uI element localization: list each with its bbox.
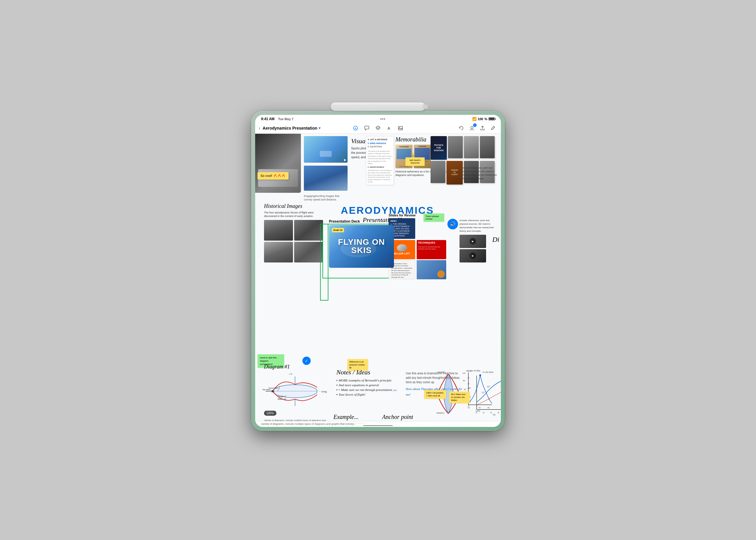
status-right: 📶 100 % <box>472 117 495 121</box>
svg-text:L(m): L(m) <box>476 410 480 412</box>
deck-card: Draft V2 FLYING ON SKIS <box>329 225 394 268</box>
photo-grid <box>264 220 323 262</box>
book-title-1: PHYSICSFORAVIATION <box>434 144 443 152</box>
right-notes-text: Include references, print and physical s… <box>460 219 498 233</box>
historical-photo-2 <box>294 220 323 241</box>
index-title: INDEX <box>390 220 413 222</box>
ski-photo-2 <box>304 166 348 191</box>
engagement-text: Engaging/exciting images that convey spe… <box>304 194 347 202</box>
draft-badge: Draft V2 <box>332 228 344 232</box>
video-play-2[interactable]: ▶ <box>470 252 476 259</box>
svg-rect-2 <box>365 126 369 129</box>
layout-button[interactable] <box>363 124 371 132</box>
ski-photo-1: ▶ <box>304 136 348 163</box>
svg-text:120: 120 <box>462 372 466 374</box>
book-gray-3 <box>480 136 495 158</box>
outline-item-3: 6. EQUATIONS <box>368 145 392 148</box>
green-border-decoration <box>320 224 328 301</box>
speaker-icon[interactable]: 🔊 <box>447 219 458 229</box>
camera-area <box>380 118 385 120</box>
book-theory-flight: THEORYOFFLIGHT <box>446 161 463 185</box>
edit-button[interactable] <box>489 124 497 132</box>
book-title-2: THEORYOFFLIGHT <box>451 169 458 176</box>
apple-pencil <box>331 102 425 111</box>
svg-text:attack (α): attack (α) <box>278 398 286 400</box>
outline-item-1: 4. LIFT & DISTANCE <box>368 138 392 141</box>
example-label: Example... <box>333 414 359 420</box>
toolbar-right: 1 <box>407 124 497 132</box>
svg-text:A: A <box>355 127 357 130</box>
wifi-icon: 📶 <box>472 117 477 121</box>
historical-desc: The four aerodynamic forces of flight we… <box>264 211 323 218</box>
notes-ideas-section: Notes / Ideas MORE examples of Bernoulli… <box>336 368 400 397</box>
techniques-text: TECHNIQUES <box>417 240 446 245</box>
graph-svg-right: 120 90 60 30 20 40 60 L(m) <box>462 369 495 412</box>
outline-desc: The spirit of ski jumping has origins in… <box>368 150 392 165</box>
ski-jump-photo <box>255 134 301 193</box>
battery-icon <box>489 117 495 120</box>
time: 9:41 AM <box>261 117 275 121</box>
diagram-title: Diagram #1 <box>264 364 335 370</box>
svg-text:→ Drag: → Drag <box>319 390 327 393</box>
svg-text:60: 60 <box>464 388 466 390</box>
video-thumb-1: ▶ <box>460 235 486 248</box>
home-indicator[interactable] <box>363 425 393 426</box>
status-left: 9:41 AM Tue May 7 <box>261 117 294 121</box>
svg-point-7 <box>399 127 400 128</box>
video-thumb-2: ▶ <box>460 249 486 262</box>
svg-rect-3 <box>365 130 366 130</box>
status-bar: 9:41 AM Tue May 7 📶 100 % <box>255 115 501 123</box>
svg-text:Chord line: Chord line <box>268 387 278 389</box>
sarah-sticky: Add Sarah's resources <box>405 157 425 166</box>
bottom-bar: Variety of diagrams. Include multiple ty… <box>255 421 501 427</box>
historical-photo-3 <box>264 242 293 262</box>
back-button[interactable]: ‹ <box>259 125 260 131</box>
svg-text:40: 40 <box>479 407 481 409</box>
video-play-1[interactable]: ▶ <box>470 238 476 244</box>
svg-text:60: 60 <box>488 407 490 409</box>
toolbar: ‹ Aerodynamics Presentation ▾ A <box>255 123 501 134</box>
battery-fill <box>489 118 494 120</box>
presentation-deck-section: Presentation Deck Draft V2 FLYING ON SKI… <box>329 219 400 268</box>
toolbar-left: ‹ Aerodynamics Presentation ▾ <box>259 125 349 131</box>
svg-text:A: A <box>387 126 390 130</box>
historical-images-section: Historical Images The four aerodynamic f… <box>264 203 323 262</box>
document-title: Aerodynamics Presentation ▾ <box>262 126 320 130</box>
outline-document: 4. LIFT & DISTANCE 5. WIND PARADOX 6. EQ… <box>366 136 394 185</box>
image-button[interactable] <box>396 124 404 132</box>
diagram-svg: → Drag Lift the wind Angle of attack (α)… <box>264 371 326 411</box>
svg-text:max(CL): max(CL) <box>436 412 444 414</box>
text-format-button[interactable]: A <box>352 124 360 132</box>
notes-title: Notes / Ideas <box>336 368 400 376</box>
back-chevron: ‹ <box>259 125 260 131</box>
ipad-frame: 9:41 AM Tue May 7 📶 100 % <box>251 111 505 431</box>
slide-thumb-techniques: TECHNIQUES The sport of ski jumping has … <box>417 240 446 259</box>
note-item-2: And more equations in general <box>336 383 400 387</box>
slides-for-review-section: Slides for Review INDEX 1.THE ORIGINS 2.… <box>388 213 446 279</box>
bottom-status: Variety of diagrams. Include multiple ty… <box>261 423 356 425</box>
sticky-1984: 1984 V ski position = 38% more lift <box>424 390 446 399</box>
slides-review-title: Slides for Review <box>388 213 446 217</box>
svg-line-9 <box>494 126 495 127</box>
device-wrapper: 9:41 AM Tue May 7 📶 100 % <box>251 108 505 433</box>
svg-text:Lift: Lift <box>289 373 292 375</box>
note-item-1: MORE examples of Bernoulli's principle <box>336 378 400 382</box>
share-button[interactable] <box>478 124 487 132</box>
historical-photo-1 <box>264 220 293 241</box>
title-chevron[interactable]: ▾ <box>319 126 320 130</box>
text-button[interactable]: A <box>385 124 393 132</box>
canvas: ▶ Engaging/exciting images that convey s… <box>255 134 501 427</box>
date: Tue May 7 <box>278 117 294 121</box>
svg-text:max(CL): max(CL) <box>437 371 445 373</box>
note-item-4: Your forces of flight! <box>336 393 400 396</box>
layers-button[interactable] <box>374 124 382 132</box>
collaborate-button[interactable]: 1 <box>468 124 476 132</box>
undo-button[interactable] <box>457 124 465 132</box>
index-item-1: 1.THE ORIGINS <box>390 223 413 225</box>
historical-title: Historical Images <box>264 203 323 209</box>
battery-unit: % <box>484 117 487 121</box>
collab-badge: 1 <box>473 123 477 127</box>
book-gray-1 <box>448 136 463 158</box>
battery-percent: 100 <box>478 117 483 121</box>
anchor-point-label: Anchor point <box>382 414 413 420</box>
